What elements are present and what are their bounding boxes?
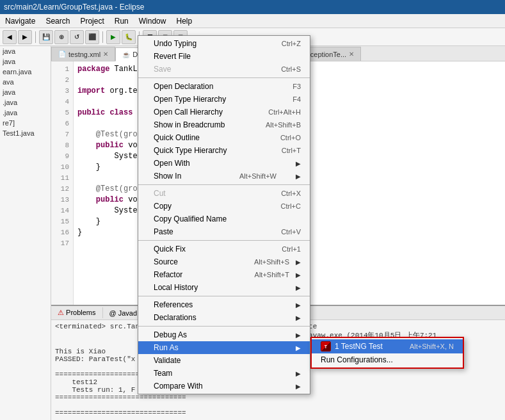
ctx-sep-3	[138, 240, 310, 241]
ctx-compare-with-label: Compare With	[154, 382, 203, 391]
console-line-11	[55, 401, 501, 409]
menu-bar: Navigate Search Project Run Window Help	[0, 14, 505, 28]
console-line-12: ===============================	[55, 409, 501, 417]
ctx-paste[interactable]: Paste Ctrl+V	[138, 225, 310, 238]
ctx-sep-1	[138, 77, 310, 78]
menu-navigate[interactable]: Navigate	[0, 15, 40, 27]
toolbar-forward-btn[interactable]: ▶	[18, 30, 32, 44]
ctx-show-in[interactable]: Show In Alt+Shift+W ▶	[138, 170, 310, 182]
ctx-references-arrow: ▶	[296, 302, 301, 309]
ctx-quick-outline[interactable]: Quick Outline Ctrl+O	[138, 131, 310, 144]
ctx-validate-label: Validate	[154, 356, 180, 365]
ctx-save[interactable]: Save Ctrl+S	[138, 63, 310, 76]
ctx-show-in-label: Show In	[154, 172, 181, 181]
ctx-validate[interactable]: Validate	[138, 354, 310, 367]
ctx-debug-as-arrow: ▶	[296, 332, 301, 339]
ctx-references-label: References	[154, 300, 193, 309]
menu-search[interactable]: Search	[40, 15, 75, 27]
sidebar-item-5[interactable]: .java	[0, 97, 51, 108]
ctx-compare-with[interactable]: Compare With ▶	[138, 380, 310, 392]
ctx-compare-with-arrow: ▶	[296, 383, 301, 390]
ctx-declarations[interactable]: Declarations ▶	[138, 311, 310, 324]
toolbar-debug-btn[interactable]: 🐛	[122, 30, 136, 44]
ctx-local-history[interactable]: Local History ▶	[138, 281, 310, 294]
toolbar-run-btn[interactable]: ▶	[106, 30, 120, 44]
tab-problems[interactable]: ⚠ Problems	[51, 307, 103, 318]
ctx-copy-qualified-label: Copy Qualified Name	[154, 214, 227, 223]
sidebar-item-4[interactable]: java	[0, 87, 51, 97]
toolbar-btn-3[interactable]: ⬛	[85, 30, 99, 44]
ctx-run-as-arrow: ▶	[296, 344, 301, 351]
ctx-cut[interactable]: Cut Ctrl+X	[138, 187, 310, 200]
toolbar-btn-2[interactable]: ⊕	[54, 30, 68, 44]
ctx-references[interactable]: References ▶	[138, 298, 310, 311]
ctx-local-history-arrow: ▶	[296, 284, 301, 291]
ctx-refactor-label: Refactor	[154, 270, 182, 279]
context-menu: Undo Typing Ctrl+Z Revert File Save Ctrl…	[138, 35, 310, 394]
submenu-testng-shortcut: Alt+Shift+X, N	[410, 343, 454, 350]
ctx-sep-5	[138, 326, 310, 327]
ctx-debug-as-label: Debug As	[154, 330, 187, 339]
title-text: src/main2/Learn/GroupTest.java - Eclipse	[4, 3, 144, 12]
ctx-breadcrumb[interactable]: Show in Breadcrumb Alt+Shift+B	[138, 118, 310, 131]
ctx-breadcrumb-label: Show in Breadcrumb	[154, 120, 225, 129]
ctx-save-label: Save	[154, 65, 171, 74]
ctx-declarations-arrow: ▶	[296, 314, 301, 321]
menu-project[interactable]: Project	[75, 15, 109, 27]
ctx-quick-fix[interactable]: Quick Fix Ctrl+1	[138, 243, 310, 255]
ctx-declarations-label: Declarations	[154, 313, 196, 322]
tab-testng-xml[interactable]: 📄 testng.xml ✕	[51, 47, 115, 61]
ctx-sep-4	[138, 296, 310, 296]
ctx-quick-type-label: Quick Type Hierarchy	[154, 146, 227, 155]
ctx-copy-label: Copy	[154, 202, 172, 211]
ctx-undo[interactable]: Undo Typing Ctrl+Z	[138, 37, 310, 50]
menu-run[interactable]: Run	[109, 15, 134, 27]
ctx-revert[interactable]: Revert File	[138, 50, 310, 63]
tab-icon-xml: 📄	[58, 51, 66, 58]
sidebar-item-7[interactable]: re7]	[0, 118, 51, 128]
toolbar-save-btn[interactable]: 💾	[39, 30, 53, 44]
tab-icon-java: ☕	[122, 51, 130, 58]
ctx-revert-label: Revert File	[154, 52, 191, 61]
ctx-open-type[interactable]: Open Type Hierarchy F4	[138, 93, 310, 106]
sidebar-item-0[interactable]: java	[0, 46, 51, 56]
ctx-cut-label: Cut	[154, 189, 166, 198]
ctx-source[interactable]: Source Alt+Shift+S ▶	[138, 255, 310, 268]
ctx-refactor-arrow: ▶	[296, 271, 301, 279]
ctx-copy[interactable]: Copy Ctrl+C	[138, 200, 310, 213]
tab-close-0[interactable]: ✕	[103, 51, 108, 58]
line-numbers: 12345 678910 1112131415 1617	[51, 61, 74, 305]
ctx-quick-fix-label: Quick Fix	[154, 245, 186, 254]
submenu-run-configs[interactable]: Run Configurations...	[312, 353, 463, 366]
ctx-run-as[interactable]: Run As ▶	[138, 341, 310, 354]
run-as-submenu: T 1 TestNG Test Alt+Shift+X, N Run Confi…	[310, 337, 464, 369]
sidebar: java java earn.java ava java .java .java…	[0, 46, 51, 420]
ctx-source-label: Source	[154, 257, 178, 266]
ctx-undo-shortcut: Ctrl+Z	[282, 40, 301, 47]
toolbar-back-btn[interactable]: ◀	[3, 30, 17, 44]
sidebar-item-6[interactable]: .java	[0, 108, 51, 118]
submenu-testng-label: 1 TestNG Test	[335, 342, 383, 351]
ctx-open-decl[interactable]: Open Declaration F3	[138, 80, 310, 93]
sidebar-item-1[interactable]: java	[0, 56, 51, 67]
ctx-open-with[interactable]: Open With ▶	[138, 157, 310, 170]
ctx-copy-qualified[interactable]: Copy Qualified Name	[138, 213, 310, 225]
ctx-debug-as[interactable]: Debug As ▶	[138, 328, 310, 341]
ctx-refactor[interactable]: Refactor Alt+Shift+T ▶	[138, 268, 310, 281]
menu-window[interactable]: Window	[134, 15, 172, 27]
ctx-open-call[interactable]: Open Call Hierarchy Ctrl+Alt+H	[138, 106, 310, 118]
ctx-team[interactable]: Team ▶	[138, 367, 310, 380]
console-line-10: ===============================	[55, 394, 501, 401]
ctx-quick-outline-label: Quick Outline	[154, 133, 200, 142]
ctx-quick-type[interactable]: Quick Type Hierarchy Ctrl+T	[138, 144, 310, 157]
toolbar-refresh-btn[interactable]: ↺	[70, 30, 84, 44]
sidebar-item-3[interactable]: ava	[0, 77, 51, 87]
menu-help[interactable]: Help	[171, 15, 197, 27]
submenu-testng-test[interactable]: T 1 TestNG Test Alt+Shift+X, N	[312, 339, 463, 353]
title-bar: src/main2/Learn/GroupTest.java - Eclipse	[0, 0, 505, 14]
ctx-save-shortcut: Ctrl+S	[281, 65, 301, 73]
ctx-sep-2	[138, 184, 310, 185]
tab-close-4[interactable]: ✕	[349, 51, 354, 58]
sidebar-item-8[interactable]: Test1.java	[0, 128, 51, 138]
sidebar-item-2[interactable]: earn.java	[0, 67, 51, 77]
